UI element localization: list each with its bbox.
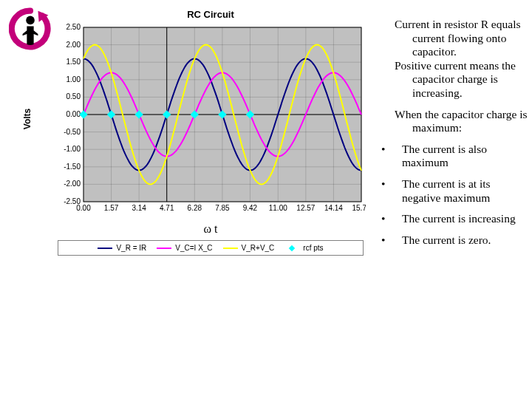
svg-text:7.85: 7.85 [215, 204, 230, 212]
answer-option-text: The current is increasing [402, 212, 532, 226]
svg-text:-1.00: -1.00 [64, 145, 81, 153]
svg-point-1 [26, 16, 35, 25]
svg-text:1.57: 1.57 [104, 204, 119, 212]
question-prompt: When the capacitor charge is maximum: [377, 108, 532, 135]
answer-option[interactable]: •The current is also maximum [381, 143, 532, 170]
svg-text:0.00: 0.00 [76, 204, 91, 212]
svg-text:11.00: 11.00 [269, 204, 287, 212]
svg-text:-0.50: -0.50 [64, 128, 81, 136]
bullet-icon: • [381, 143, 389, 170]
chart-legend: V_R = IR V_C=I X_C V_R+V_C rcf pts [58, 240, 364, 256]
legend-entry-sum: V_R+V_C [223, 244, 275, 252]
legend-entry-vr: V_R = IR [98, 244, 146, 252]
legend-entry-vc: V_C=I X_C [157, 244, 212, 252]
bullet-icon: • [381, 177, 389, 205]
answer-option-text: The current is zero. [402, 233, 532, 248]
iclicker-logo [9, 7, 52, 50]
intro-paragraph-2: Positive current means the capacitor cha… [377, 59, 532, 100]
svg-text:9.42: 9.42 [243, 204, 258, 212]
svg-text:2.50: 2.50 [66, 23, 81, 31]
y-axis-label: Volts [22, 109, 33, 129]
answer-option-text: The current is at its negative maximum [402, 177, 532, 205]
svg-text:0.00: 0.00 [66, 110, 81, 118]
chart-title: RC Circuit [55, 9, 366, 20]
svg-text:1.00: 1.00 [66, 75, 81, 83]
svg-text:6.28: 6.28 [188, 204, 202, 212]
x-axis-label: ω t [55, 222, 366, 236]
svg-text:2.00: 2.00 [66, 41, 81, 49]
bullet-icon: • [381, 212, 389, 226]
svg-text:14.14: 14.14 [324, 204, 343, 212]
svg-text:0.50: 0.50 [66, 92, 81, 100]
intro-paragraph-1: Current in resistor R equals current flo… [377, 18, 532, 59]
svg-text:1.50: 1.50 [66, 58, 81, 66]
svg-text:15.71: 15.71 [352, 204, 366, 212]
answer-options-list: •The current is also maximum•The current… [377, 143, 532, 248]
text-panel: Current in resistor R equals current flo… [377, 18, 532, 254]
svg-text:12.57: 12.57 [296, 204, 315, 212]
chart-container: RC Circuit Volts -2.50-2.00-1.50-1.00-0.… [55, 9, 366, 256]
answer-option[interactable]: •The current is increasing [381, 212, 532, 226]
svg-text:4.71: 4.71 [160, 204, 174, 212]
svg-text:-2.00: -2.00 [64, 180, 81, 188]
bullet-icon: • [381, 233, 389, 248]
svg-text:3.14: 3.14 [132, 204, 146, 212]
svg-text:-1.50: -1.50 [64, 163, 81, 171]
chart-plot: Volts -2.50-2.00-1.50-1.00-0.500.000.501… [55, 23, 366, 215]
legend-entry-rcf: rcf pts [284, 244, 323, 252]
answer-option[interactable]: •The current is at its negative maximum [381, 177, 532, 205]
answer-option[interactable]: •The current is zero. [381, 233, 532, 248]
answer-option-text: The current is also maximum [402, 143, 532, 170]
